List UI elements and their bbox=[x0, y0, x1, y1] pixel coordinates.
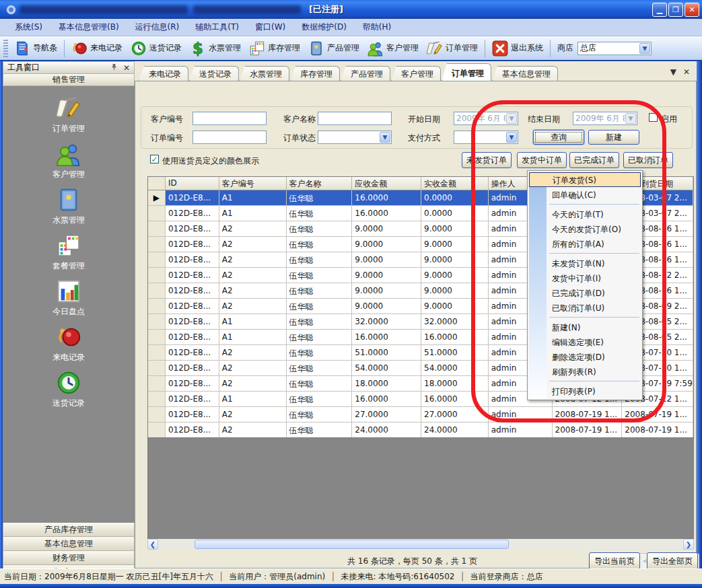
sidebar-item-客户管理[interactable]: 客户管理 bbox=[52, 141, 85, 180]
sidebar-item-水票管理[interactable]: 水票管理 bbox=[52, 187, 85, 226]
sidebar-section-sales[interactable]: 销售管理 bbox=[3, 74, 135, 86]
context-menu-item-发货中订单(I)[interactable]: 发货中订单(I) bbox=[528, 270, 642, 285]
scrollbar-thumb[interactable] bbox=[195, 540, 509, 549]
toolbar-button-库存管理[interactable]: 库存管理 bbox=[245, 38, 304, 59]
table-cell: 012D-E8... bbox=[166, 206, 219, 221]
context-menu-item-编辑选定项(E)[interactable]: 编辑选定项(E) bbox=[528, 334, 642, 349]
window-right-border bbox=[697, 61, 702, 588]
sidebar-section-财务管理[interactable]: 财务管理 bbox=[3, 551, 135, 565]
context-menu-item-未发货订单(N)[interactable]: 未发货订单(N) bbox=[528, 256, 642, 270]
scroll-right-icon[interactable]: ❯ bbox=[683, 539, 694, 550]
grid-column-header-实收金额[interactable]: 实收金额 bbox=[421, 177, 489, 190]
sidebar-section-产品库存管理[interactable]: 产品库存管理 bbox=[3, 523, 135, 537]
context-menu-item-打印列表(P)[interactable]: 打印列表(P) bbox=[528, 383, 642, 398]
scroll-left-icon[interactable]: ❮ bbox=[147, 539, 158, 550]
sidebar-item-今日盘点[interactable]: 今日盘点 bbox=[52, 279, 85, 318]
table-cell: 012D-E8... bbox=[166, 221, 219, 237]
maximize-button[interactable]: ❐ bbox=[668, 3, 683, 17]
menubar-item[interactable]: 数据维护(D) bbox=[293, 19, 355, 36]
tab-list-dropdown-icon[interactable]: ▼ bbox=[670, 67, 676, 77]
context-menu-item-回单确认(C)[interactable]: 回单确认(C) bbox=[528, 187, 642, 202]
minimize-button[interactable]: ▁ bbox=[652, 3, 667, 17]
sidebar-section-基本信息管理[interactable]: 基本信息管理 bbox=[3, 537, 135, 551]
export-current-page-button[interactable]: 导出当前页 bbox=[589, 552, 640, 570]
order-no-input[interactable] bbox=[192, 131, 267, 144]
tab-基本信息管理[interactable]: 基本信息管理 bbox=[492, 66, 558, 81]
context-menu-item-已完成订单(D)[interactable]: 已完成订单(D) bbox=[528, 285, 642, 300]
context-menu-item-删除选定项(D)[interactable]: 删除选定项(D) bbox=[528, 349, 642, 364]
tab-送货记录[interactable]: 送货记录 bbox=[189, 66, 239, 81]
table-cell: 012D-E8... bbox=[166, 345, 219, 361]
menubar-item[interactable]: 窗口(W) bbox=[247, 19, 293, 36]
enable-checkbox[interactable] bbox=[649, 113, 658, 122]
tool-window-title: 工具窗口 bbox=[7, 62, 40, 73]
tab-close-icon[interactable]: ✕ bbox=[683, 67, 690, 77]
customer-name-input[interactable] bbox=[318, 112, 392, 125]
grid-column-header-ID[interactable]: ID bbox=[166, 177, 219, 190]
status-filter-button-已完成订单[interactable]: 已完成订单 bbox=[569, 152, 619, 168]
toolbar-button-水票管理[interactable]: $水票管理 bbox=[186, 38, 245, 59]
context-menu-item-刷新列表(R)[interactable]: 刷新列表(R) bbox=[528, 364, 642, 379]
new-button[interactable]: 新建 bbox=[588, 130, 639, 145]
context-menu-item-已取消订单(U)[interactable]: 已取消订单(U) bbox=[528, 300, 642, 315]
row-selector-cell bbox=[148, 268, 166, 283]
toolbar-button-客户管理[interactable]: 客户管理 bbox=[363, 38, 423, 59]
customer-no-input[interactable] bbox=[192, 112, 267, 125]
status-filter-button-已取消订单[interactable]: 已取消订单 bbox=[623, 152, 673, 168]
query-button[interactable]: 查询 bbox=[533, 130, 584, 145]
toolbar-button-来电记录[interactable]: 来电记录 bbox=[67, 38, 127, 59]
row-selector-cell bbox=[148, 345, 166, 361]
table-cell: A2 bbox=[219, 237, 287, 252]
toolbar-button-退出系统[interactable]: 退出系统 bbox=[488, 38, 547, 59]
toolbar-button-导航条[interactable]: 导航条 bbox=[10, 38, 61, 59]
menubar-item[interactable]: 辅助工具(T) bbox=[187, 19, 247, 36]
tab-客户管理[interactable]: 客户管理 bbox=[391, 66, 441, 81]
start-date-picker[interactable]: 2009年 6月 8日 ▼ bbox=[454, 112, 518, 125]
sidebar-item-订单管理[interactable]: 订单管理 bbox=[52, 96, 85, 135]
tool-window-close-icon[interactable]: ✕ bbox=[123, 63, 130, 73]
status-filter-button-发货中订单[interactable]: 发货中订单 bbox=[517, 152, 567, 168]
menubar-item[interactable]: 基本信息管理(B) bbox=[50, 19, 127, 36]
sidebar-item-来电记录[interactable]: 来电记录 bbox=[52, 324, 85, 363]
tab-库存管理[interactable]: 库存管理 bbox=[290, 66, 340, 81]
table-row[interactable]: 012D-E8...A2伍华聪27.000027.0000admin2008-0… bbox=[148, 407, 693, 422]
tab-产品管理[interactable]: 产品管理 bbox=[341, 66, 390, 81]
menubar-item[interactable]: 运行信息(R) bbox=[127, 19, 188, 36]
sidebar-item-套餐管理[interactable]: 套餐管理 bbox=[52, 233, 85, 272]
close-button[interactable]: ✕ bbox=[685, 3, 699, 17]
tab-订单管理[interactable]: 订单管理 bbox=[442, 63, 491, 81]
toolbar-button-送货记录[interactable]: 送货记录 bbox=[127, 38, 186, 59]
toolbar-button-label: 产品管理 bbox=[327, 42, 359, 54]
order-state-select[interactable]: ▼ bbox=[318, 131, 392, 144]
grid-column-header-客户名称[interactable]: 客户名称 bbox=[287, 177, 353, 190]
horizontal-scrollbar[interactable]: ❮ ❯ bbox=[147, 539, 694, 550]
grid-column-header-客户编号[interactable]: 客户编号 bbox=[219, 177, 287, 190]
toolbar-button-订单管理[interactable]: 订单管理 bbox=[423, 38, 482, 59]
tab-来电记录[interactable]: 来电记录 bbox=[139, 66, 188, 81]
menubar-item[interactable]: 系统(S) bbox=[7, 19, 50, 36]
shop-select[interactable]: 总店▼ bbox=[577, 42, 652, 55]
sidebar-item-送货记录[interactable]: 送货记录 bbox=[52, 370, 85, 409]
status-filter-button-未发货订单[interactable]: 未发货订单 bbox=[462, 152, 512, 168]
end-date-picker[interactable]: 2009年 6月 8日 ▼ bbox=[573, 112, 637, 125]
delivery-color-checkbox[interactable]: ✓ bbox=[150, 155, 159, 163]
table-row[interactable]: 012D-E8...A2伍华聪24.000024.0000admin2008-0… bbox=[148, 422, 693, 438]
table-cell: 012D-E8... bbox=[166, 237, 219, 252]
context-menu-item-订单发货(S)[interactable]: 订单发货(S) bbox=[529, 172, 641, 187]
shop-label: 商店 bbox=[557, 42, 573, 54]
registered-badge: [已注册] bbox=[309, 3, 343, 15]
sidebar-section-label: 销售管理 bbox=[52, 74, 85, 85]
toolbar-button-产品管理[interactable]: 产品管理 bbox=[304, 38, 363, 59]
table-cell: 012D-E8... bbox=[166, 422, 219, 438]
tab-水票管理[interactable]: 水票管理 bbox=[240, 66, 289, 81]
context-menu-item-新建(N)[interactable]: 新建(N) bbox=[528, 320, 642, 334]
export-all-pages-button[interactable]: 导出全部页 bbox=[647, 552, 698, 570]
context-menu-item-所有的订单(A)[interactable]: 所有的订单(A) bbox=[528, 236, 642, 251]
grid-column-header-应收金额[interactable]: 应收金额 bbox=[352, 177, 421, 190]
context-menu-item-今天的发货订单(O)[interactable]: 今天的发货订单(O) bbox=[528, 221, 642, 236]
pay-method-select[interactable]: ▼ bbox=[454, 131, 518, 144]
statusbar-separator: │ bbox=[330, 572, 335, 581]
menubar-item[interactable]: 帮助(H) bbox=[355, 19, 399, 36]
pin-icon[interactable] bbox=[110, 63, 118, 71]
context-menu-item-今天的订单(T)[interactable]: 今天的订单(T) bbox=[528, 207, 642, 221]
